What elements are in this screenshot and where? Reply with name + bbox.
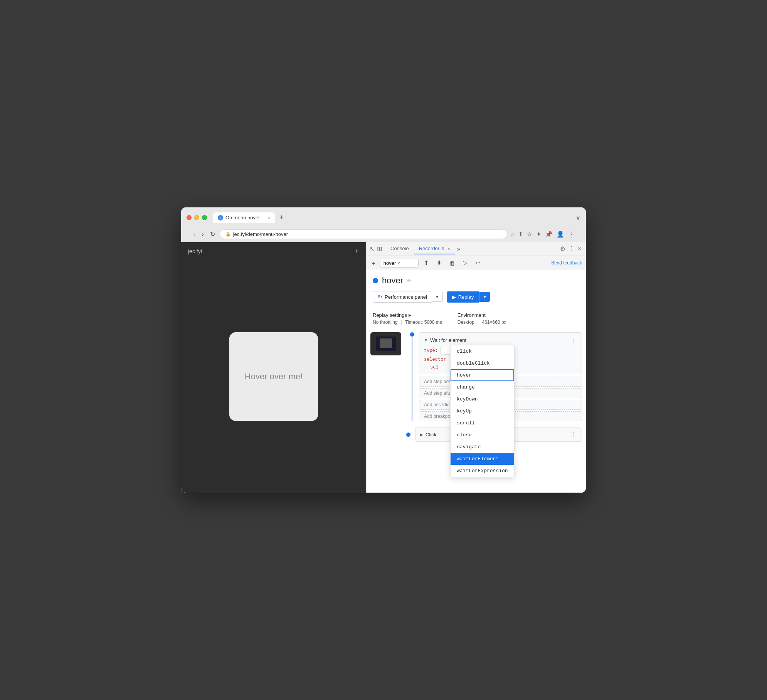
step-1-title: ▼ Wait for element [424,337,466,343]
selector-key: selector [424,357,446,362]
thumbnail-card [380,338,392,348]
click-step-more[interactable]: ⋮ [571,431,577,438]
replay-main-button[interactable]: ▶ Replay [447,291,479,303]
pin-icon[interactable]: 📌 [545,231,553,238]
timeline-column [407,332,417,421]
browser-tab-active[interactable]: J On menu hover × [213,212,275,223]
environment-group: Environment Desktop 461×660 px [458,312,506,325]
settings-section: Replay settings ▶ No throttling Timeout:… [367,308,586,329]
step-1-header: ▼ Wait for element ⋮ [424,337,577,344]
step-1-title-text: Wait for element [430,337,466,343]
env-divider [478,320,478,325]
steps-area: ▼ Wait for element ⋮ type: [367,329,586,493]
desktop-label: Desktop [458,320,474,325]
devtools-more-icon[interactable]: ⋮ [567,244,576,254]
performance-panel-button[interactable]: ↻ Performance panel [373,291,432,303]
devtools-close-button[interactable]: × [576,244,583,254]
replay-settings-group: Replay settings ▶ No throttling Timeout:… [373,312,442,325]
edit-recording-name-icon[interactable]: ✏ [407,278,412,284]
dropdown-item-close[interactable]: close [451,429,514,441]
upload-button[interactable]: ⬆ [422,258,431,268]
dropdown-item-hover[interactable]: hover [451,369,514,381]
environment-value: Desktop 461×660 px [458,320,506,325]
tab-title: On menu hover [225,215,260,220]
dropdown-item-scroll[interactable]: scroll [451,417,514,429]
recorder-tab-close[interactable]: × [447,246,450,251]
send-feedback-button[interactable]: Send feedback [551,260,582,266]
dropdown-item-waitforexpression[interactable]: waitForExpression [451,465,514,477]
timeline-column-2 [404,432,413,437]
browser-window: J On menu hover × + ∨ ‹ › ↻ 🔒 jec.fyi/de… [181,207,586,493]
type-key: type: [424,348,438,353]
new-tab-button[interactable]: + [276,212,287,223]
download-button[interactable]: ⬇ [434,258,444,268]
dimensions-label: 461×660 px [482,320,506,325]
click-step-title: ▶ Click [420,432,436,438]
window-minimize-icon[interactable]: ∨ [576,214,580,221]
settings-divider [401,320,402,325]
replay-settings-text: Replay settings [373,312,407,318]
replay-icon: ▶ [452,294,456,300]
address-input[interactable]: 🔒 jec.fyi/demo/menu-hover [220,229,507,239]
main-content: jec.fyi ☀ Hover over me! ↖ ⊞ Console [181,242,586,493]
back-button[interactable]: ‹ [192,230,197,239]
devtools-panel: ↖ ⊞ Console Recorder 🎙 × » ⚙ ⋮ [366,242,586,493]
tab-recorder[interactable]: Recorder 🎙 × [414,243,455,254]
dropdown-item-doubleclick[interactable]: doubleClick [451,357,514,369]
replay-dropdown-button[interactable]: ▼ [479,292,490,302]
device-toolbar-icon[interactable]: ⊞ [377,245,382,252]
recording-select-arrow: ∨ [397,261,400,265]
start-recording-button[interactable]: ▷ [461,258,470,268]
perf-panel-dropdown[interactable]: ▼ [432,292,443,302]
recording-status-dot [373,278,378,283]
dropdown-item-keyup[interactable]: keyUp [451,405,514,417]
dropdown-item-click[interactable]: click [451,345,514,357]
more-tabs-icon[interactable]: » [456,244,462,254]
click-step-expand[interactable]: ▶ [420,432,423,437]
step-expand-icon[interactable]: ▼ [424,338,428,342]
minimize-traffic-light[interactable] [194,215,199,220]
devtools-settings-icon[interactable]: ⚙ [558,244,567,254]
search-icon[interactable]: ⌕ [510,231,514,238]
recording-actions: ↻ Performance panel ▼ ▶ Replay ▼ [373,291,580,303]
environment-label: Environment [458,312,506,318]
theme-toggle-icon[interactable]: ☀ [354,247,359,255]
recorder-toolbar: + hover ∨ ⬆ ⬇ 🗑 ▷ ↩ Send feedback [367,256,586,270]
title-bar-top: J On menu hover × + ∨ [187,212,580,227]
add-recording-button[interactable]: + [370,259,377,267]
maximize-traffic-light[interactable] [202,215,207,220]
inspector-icon[interactable]: ↖ [370,245,375,252]
tab-console-label: Console [390,246,409,251]
extension-icon[interactable]: ✦ [536,231,541,238]
timeout-label: Timeout: 5000 ms [405,320,442,325]
dropdown-item-waitforelement[interactable]: waitForElement [451,453,514,465]
throttling-label: No throttling [373,320,398,325]
share-icon[interactable]: ⬆ [518,231,523,238]
address-actions: ⌕ ⬆ ☆ ✦ 📌 👤 ⋮ [510,230,575,239]
recording-select[interactable]: hover ∨ [380,259,419,268]
replay-settings-label[interactable]: Replay settings ▶ [373,312,442,318]
forward-button[interactable]: › [200,230,205,239]
dropdown-item-keydown[interactable]: keyDown [451,393,514,405]
dropdown-item-navigate[interactable]: navigate [451,441,514,453]
webpage-header: jec.fyi ☀ [181,242,366,260]
profile-icon[interactable]: 👤 [557,231,564,238]
bookmark-icon[interactable]: ☆ [527,231,532,238]
tab-favicon: J [218,215,223,220]
tab-console[interactable]: Console [386,243,414,254]
delete-button[interactable]: 🗑 [447,259,458,268]
replay-settings-value: No throttling Timeout: 5000 ms [373,320,442,325]
perf-panel-label: Performance panel [385,294,427,300]
timeline-dot [410,332,414,337]
close-traffic-light[interactable] [187,215,192,220]
url-text: jec.fyi/demo/menu-hover [233,231,288,237]
refresh-button[interactable]: ↻ [209,230,217,239]
browser-more-icon[interactable]: ⋮ [568,230,575,239]
undo-button[interactable]: ↩ [473,258,483,268]
devtools-tabs: ↖ ⊞ Console Recorder 🎙 × » [370,243,558,254]
dropdown-item-change[interactable]: change [451,381,514,393]
step-1-more-icon[interactable]: ⋮ [571,337,577,344]
hover-card[interactable]: Hover over me! [229,332,318,421]
tab-close-button[interactable]: × [267,215,270,220]
lock-icon: 🔒 [225,232,231,237]
